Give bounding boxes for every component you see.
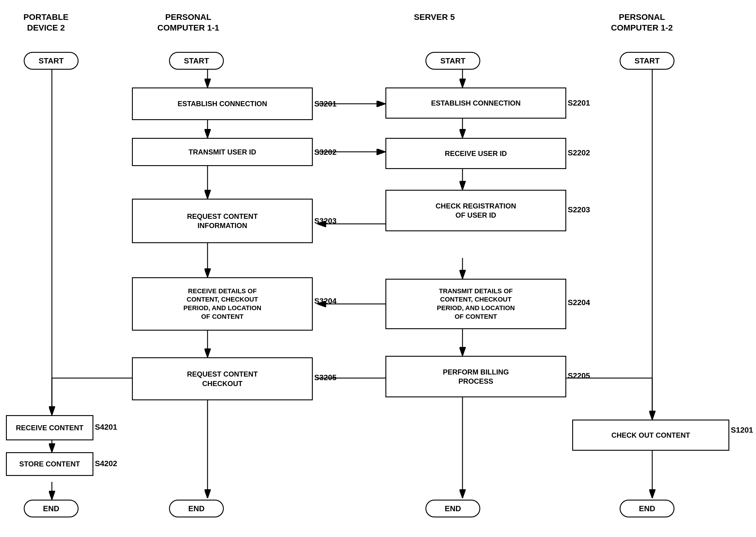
step-s2205: S2205 [568,371,590,381]
request-content-info-box: REQUEST CONTENT INFORMATION [132,199,313,243]
server-establish-connection-box: ESTABLISH CONNECTION [385,88,566,119]
receive-details-box: RECEIVE DETAILS OF CONTENT, CHECKOUT PER… [132,277,313,331]
portable-start: START [24,52,79,70]
step-s4202: S4202 [95,459,117,468]
step-s1201: S1201 [731,426,753,435]
receive-content-box: RECEIVE CONTENT [6,415,94,440]
pc11-start: START [169,52,224,70]
check-registration-box: CHECK REGISTRATION OF USER ID [385,190,566,231]
arrows-layer [0,0,756,537]
step-s3205: S3205 [314,373,337,382]
flowchart-container: PORTABLEDEVICE 2 PERSONALCOMPUTER 1-1 SE… [0,0,756,537]
server-start: START [425,52,480,70]
header-pc11: PERSONALCOMPUTER 1-1 [137,12,240,33]
header-portable: PORTABLEDEVICE 2 [12,12,80,33]
step-s2201: S2201 [568,99,590,108]
step-s2203: S2203 [568,205,590,214]
pc12-start: START [619,52,674,70]
step-s3201: S3201 [314,99,337,108]
step-s3204: S3204 [314,297,337,306]
transmit-user-id-box: TRANSMIT USER ID [132,138,313,166]
request-checkout-box: REQUEST CONTENT CHECKOUT [132,357,313,400]
receive-user-id-box: RECEIVE USER ID [385,138,566,169]
establish-connection-box: ESTABLISH CONNECTION [132,88,313,120]
step-s3203: S3203 [314,217,337,226]
transmit-details-box: TRANSMIT DETAILS OF CONTENT, CHECKOUT PE… [385,279,566,329]
pc12-end: END [619,500,674,517]
step-s2202: S2202 [568,148,590,157]
pc11-end: END [169,500,224,517]
step-s2204: S2204 [568,298,590,307]
server-end: END [425,500,480,517]
step-s3202: S3202 [314,148,337,157]
store-content-box: STORE CONTENT [6,452,94,476]
portable-end: END [24,500,79,517]
check-out-content-box: CHECK OUT CONTENT [572,420,729,451]
perform-billing-box: PERFORM BILLING PROCESS [385,356,566,397]
header-server: SERVER 5 [397,12,471,22]
step-s4201: S4201 [95,423,117,432]
header-pc12: PERSONALCOMPUTER 1-2 [590,12,694,33]
